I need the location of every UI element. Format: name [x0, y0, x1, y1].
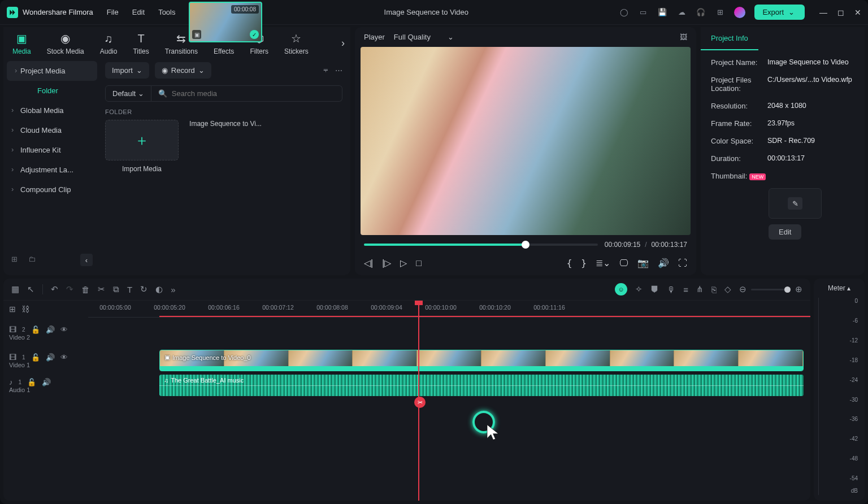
track-lane-audio1[interactable]: ♫The Great Battle_AI music: [88, 373, 810, 398]
timeline-tracks[interactable]: 00:00:05:00 00:00:05:20 00:00:06:16 00:0…: [88, 301, 810, 501]
color-icon[interactable]: ◐: [155, 284, 163, 294]
lock-icon[interactable]: 🔓: [31, 353, 40, 362]
enhance-icon[interactable]: ✧: [635, 284, 643, 294]
tab-project-info[interactable]: Project Info: [701, 27, 758, 50]
sidebar-item-compound-clip[interactable]: Compound Clip: [3, 180, 101, 199]
keyframe-icon[interactable]: ◇: [724, 284, 731, 294]
mark-in-icon[interactable]: {: [567, 258, 572, 268]
close-icon[interactable]: ✕: [854, 8, 861, 17]
record-status-icon[interactable]: ◯: [619, 7, 629, 18]
mark-out-icon[interactable]: }: [581, 258, 587, 268]
track-head-video2[interactable]: 🎞2 🔓 🔊 👁 Video 2: [3, 318, 88, 348]
cloud-icon[interactable]: ☁: [676, 7, 687, 18]
menu-tools[interactable]: Tools: [158, 8, 175, 16]
mute-icon[interactable]: 🔊: [46, 353, 55, 362]
zoom-out-icon[interactable]: ⊖: [739, 284, 747, 294]
track-head-video1[interactable]: 🎞1 🔓 🔊 👁 Video 1: [3, 348, 88, 373]
stop-icon[interactable]: □: [416, 258, 422, 268]
visible-icon[interactable]: 👁: [60, 325, 68, 334]
link-icon[interactable]: ⛓: [21, 305, 29, 314]
ai-tools-icon[interactable]: ☺: [615, 283, 627, 296]
snapshot-icon[interactable]: 📷: [637, 258, 649, 268]
video-clip[interactable]: ▣Image Sequence to Video_0: [159, 350, 804, 371]
edit-button[interactable]: Edit: [769, 224, 801, 240]
display-icon[interactable]: 🖵: [619, 258, 628, 268]
undo-icon[interactable]: ↶: [51, 284, 58, 294]
sidebar-item-adjustment-layer[interactable]: Adjustment La...: [3, 160, 101, 180]
folder-icon[interactable]: 🗀: [28, 255, 38, 265]
next-frame-icon[interactable]: |▷: [382, 258, 391, 268]
apps-icon[interactable]: ⊞: [715, 7, 725, 18]
meter-label[interactable]: Meter ▴: [818, 284, 860, 292]
visible-icon[interactable]: 👁: [60, 353, 68, 362]
render-icon[interactable]: ⋔: [696, 284, 704, 294]
menu-edit[interactable]: Edit: [132, 8, 145, 16]
import-media-card[interactable]: ＋ Import Media: [105, 120, 179, 173]
headphones-icon[interactable]: 🎧: [696, 7, 706, 18]
more-icon[interactable]: ⋯: [335, 66, 342, 75]
lock-icon[interactable]: 🔓: [27, 378, 36, 386]
tab-stock-media[interactable]: ◉ Stock Media: [47, 32, 84, 55]
new-folder-icon[interactable]: ⊞: [11, 255, 21, 265]
search-input[interactable]: [172, 89, 335, 98]
tab-media[interactable]: ▣ Media: [12, 32, 31, 55]
fullscreen-icon[interactable]: ⛶: [678, 258, 687, 268]
more-tools-icon[interactable]: »: [171, 285, 175, 294]
zoom-in-icon[interactable]: ⊕: [795, 284, 802, 294]
crop-icon[interactable]: ⧉: [113, 284, 119, 294]
lock-icon[interactable]: 🔓: [31, 325, 40, 334]
redo-icon[interactable]: ↷: [66, 284, 73, 294]
collapse-sidebar-icon[interactable]: ‹: [80, 254, 93, 266]
volume-icon[interactable]: 🔊: [658, 258, 669, 268]
voiceover-icon[interactable]: 🎙: [667, 285, 675, 294]
cut-icon[interactable]: ✂: [98, 284, 105, 294]
export-frame-icon[interactable]: ⎘: [711, 285, 717, 294]
play-icon[interactable]: ▷: [400, 258, 407, 268]
minimize-icon[interactable]: —: [819, 8, 827, 17]
timeline-ruler[interactable]: 00:00:05:00 00:00:05:20 00:00:06:16 00:0…: [88, 301, 810, 318]
preview-viewport[interactable]: [361, 47, 691, 235]
sidebar-item-folder[interactable]: Folder: [3, 81, 101, 101]
sidebar-item-project-media[interactable]: Project Media: [7, 61, 97, 81]
mute-icon[interactable]: 🔊: [42, 378, 51, 386]
sort-default-button[interactable]: Default ⌄: [105, 85, 151, 102]
screen-icon[interactable]: ▭: [638, 7, 648, 18]
quality-selector[interactable]: Full Quality ⌄: [394, 33, 454, 41]
scrubber-handle[interactable]: [522, 241, 530, 249]
thumbnail-box[interactable]: ✎: [769, 188, 822, 219]
import-button[interactable]: Import ⌄: [105, 62, 149, 79]
media-clip-thumb[interactable]: 00:00:08 ▣ ✓: [189, 2, 262, 42]
record-button[interactable]: ◉ Record ⌄: [155, 62, 211, 79]
sidebar-item-global-media[interactable]: Global Media: [3, 101, 101, 120]
zoom-handle[interactable]: [784, 286, 791, 293]
maximize-icon[interactable]: ◻: [837, 8, 844, 17]
scrubber-track[interactable]: [364, 244, 598, 246]
delete-icon[interactable]: 🗑: [81, 285, 90, 294]
export-button[interactable]: Export ⌄: [754, 5, 805, 20]
media-clip-card[interactable]: 00:00:08 ▣ ✓ Image Sequence to Vi...: [189, 120, 262, 173]
split-scissors-icon[interactable]: ✂: [414, 397, 426, 408]
text-icon[interactable]: T: [127, 285, 132, 294]
marker-icon[interactable]: ⛊: [650, 285, 659, 294]
tab-audio[interactable]: ♫ Audio: [100, 32, 118, 55]
track-lane-video2[interactable]: [88, 318, 810, 348]
mute-icon[interactable]: 🔊: [46, 325, 55, 334]
sidebar-item-influence-kit[interactable]: Influence Kit: [3, 140, 101, 160]
mixer-icon[interactable]: ≡: [683, 285, 688, 294]
grid-icon[interactable]: ▦: [11, 284, 19, 294]
playback-options-icon[interactable]: ≣⌄: [596, 258, 610, 268]
pointer-icon[interactable]: ↖: [27, 284, 34, 294]
user-avatar[interactable]: [734, 7, 745, 18]
zoom-slider[interactable]: [751, 289, 791, 290]
tab-stickers[interactable]: ☆ Stickers: [284, 32, 309, 55]
track-lane-video1[interactable]: ▣Image Sequence to Video_0: [88, 348, 810, 373]
preview-thumbnail-icon[interactable]: 🖼: [680, 33, 687, 41]
speed-icon[interactable]: ↻: [140, 284, 147, 294]
sidebar-item-cloud-media[interactable]: Cloud Media: [3, 120, 101, 140]
filter-icon[interactable]: ⫧: [322, 66, 329, 75]
prev-frame-icon[interactable]: ◁|: [364, 258, 373, 268]
save-icon[interactable]: 💾: [657, 7, 667, 18]
track-add-icon[interactable]: ⊞: [9, 305, 16, 314]
tabs-scroll-right-icon[interactable]: ›: [341, 37, 345, 49]
track-head-audio1[interactable]: ♪1 🔓 🔊 Audio 1: [3, 373, 88, 398]
